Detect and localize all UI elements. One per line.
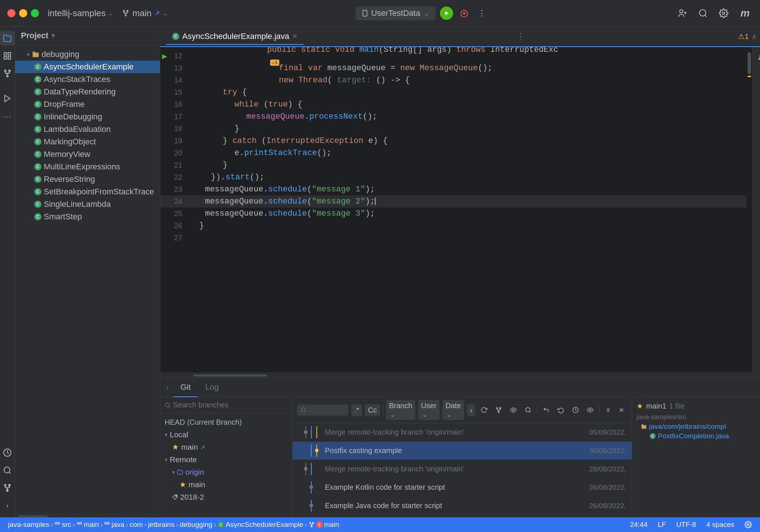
file-name-label: PostfixCompletion.java xyxy=(658,432,729,440)
indent-setting[interactable]: 4 spaces xyxy=(704,520,736,529)
git-search-input[interactable] xyxy=(173,401,288,409)
branch-filter-btn[interactable]: Branch ⌄ xyxy=(386,400,415,420)
git-origin-group[interactable]: ▾ origin xyxy=(160,466,292,478)
panel-collapse-button[interactable]: ‹ xyxy=(166,383,169,392)
more-options-button[interactable]: ⋮ xyxy=(475,7,488,20)
refresh-btn[interactable] xyxy=(478,404,490,416)
undo-btn[interactable] xyxy=(555,404,567,416)
commit-row-5[interactable]: Example Java code for starter script 26/… xyxy=(293,497,632,515)
git-tag-2018[interactable]: 2018-2 xyxy=(160,491,292,503)
sidebar-structure-button[interactable] xyxy=(0,48,15,63)
svg-rect-8 xyxy=(4,53,7,55)
case-filter-btn[interactable]: Cc xyxy=(365,405,380,416)
tree-item-single-line-lambda[interactable]: C SingleLineLambda xyxy=(15,198,160,211)
more-filters-btn[interactable]: › xyxy=(467,405,476,416)
sidebar-project-button[interactable] xyxy=(0,31,15,46)
expand-commits-btn[interactable] xyxy=(584,404,596,416)
sidebar-debug-button[interactable] xyxy=(0,91,15,106)
close-button[interactable] xyxy=(7,9,15,17)
git-local-group[interactable]: ▾ Local xyxy=(160,428,292,441)
date-filter-btn[interactable]: Date ⌄ xyxy=(442,400,464,420)
project-name[interactable]: intellij-samples ⌄ xyxy=(48,8,113,18)
horizontal-code-scrollbar[interactable] xyxy=(160,373,760,378)
commit-row-6[interactable]: Merge remote-tracking branch 'origin/mai… xyxy=(293,515,632,517)
run-config-selector[interactable]: UserTestData ⌄ xyxy=(356,6,435,20)
close-panel-btn[interactable] xyxy=(616,404,627,416)
svg-point-7 xyxy=(723,12,725,14)
tree-item-lambda-evaluation[interactable]: C LambdaEvaluation xyxy=(15,123,160,136)
tab-git[interactable]: Git xyxy=(173,378,198,397)
svg-point-33 xyxy=(304,467,308,471)
commit-row-1[interactable]: Merge remote-tracking branch 'origin/mai… xyxy=(293,423,632,442)
settings-status-btn[interactable] xyxy=(742,520,754,529)
tree-item-data-type-rendering[interactable]: C DataTypeRendering xyxy=(15,86,160,98)
history-btn[interactable] xyxy=(570,404,581,416)
project-panel-chevron-icon[interactable]: ▾ xyxy=(51,32,55,40)
sub-path-item[interactable]: java/com/jetbrains/compl xyxy=(641,423,760,431)
tab-more-button[interactable]: ⋮ xyxy=(517,32,525,41)
debug-button[interactable] xyxy=(458,7,471,20)
sidebar-run-log-button[interactable] xyxy=(0,445,15,460)
git-origin-main[interactable]: ★ main xyxy=(160,478,292,491)
code-content[interactable]: public static void main(String[] args) t… xyxy=(193,47,746,373)
commit-graph-4 xyxy=(298,481,320,493)
tree-item-smart-step[interactable]: C SmartStep xyxy=(15,211,160,223)
git-local-main[interactable]: ★ main ↗ xyxy=(160,441,292,453)
tree-item-drop-frame[interactable]: C DropFrame xyxy=(15,98,160,111)
right-notifications-button[interactable] xyxy=(755,50,760,65)
tree-item-async-scheduler[interactable]: C AsyncSchedulerExample xyxy=(15,61,160,73)
tree-horizontal-scrollbar[interactable] xyxy=(15,514,160,517)
tree-item-marking-object[interactable]: C MarkingObject xyxy=(15,136,160,148)
line-25-gutter: 25 xyxy=(160,208,193,220)
traffic-lights xyxy=(7,9,39,17)
tree-item-set-breakpoint[interactable]: C SetBreakpointFromStackTrace xyxy=(15,186,160,198)
run-button[interactable] xyxy=(440,7,453,20)
sidebar-vcs-button[interactable] xyxy=(0,481,15,495)
git-head-item[interactable]: HEAD (Current Branch) xyxy=(160,416,292,428)
git-remote-group[interactable]: ▾ Remote xyxy=(160,453,292,466)
tree-item-debugging-folder[interactable]: ▾ debugging xyxy=(15,48,160,61)
commit-row-3[interactable]: Merge remote-tracking branch 'origin/mai… xyxy=(293,460,632,478)
file-item[interactable]: C PostfixCompletion.java xyxy=(641,432,760,440)
search-commits-btn[interactable] xyxy=(522,404,534,416)
tree-item-reverse-string[interactable]: C ReverseString xyxy=(15,173,160,186)
commit-search-input[interactable] xyxy=(309,406,338,414)
structure-icon xyxy=(3,51,12,60)
cherry-pick-btn[interactable] xyxy=(540,404,552,416)
expand-all-btn[interactable] xyxy=(602,404,614,416)
sidebar-find-button[interactable] xyxy=(0,463,15,478)
sidebar-more-button[interactable]: ··· xyxy=(0,109,15,123)
tab-async-scheduler[interactable]: C AsyncSchedulerExample.java ✕ xyxy=(166,29,304,45)
vertical-scrollbar[interactable] xyxy=(746,47,752,373)
ai-assistant-button[interactable]: m xyxy=(738,7,753,19)
line-ending[interactable]: LF xyxy=(656,520,668,529)
sidebar-git-button[interactable] xyxy=(0,66,15,81)
code-line-23: messageQueue.schedule("message 1"); xyxy=(193,183,746,195)
tab-close-button[interactable]: ✕ xyxy=(292,32,298,40)
tree-item-inline-debugging[interactable]: C InlineDebugging xyxy=(15,111,160,123)
minimize-button[interactable] xyxy=(19,9,27,17)
maximize-button[interactable] xyxy=(31,9,39,17)
statusbar-path[interactable]: java-samples › src › main › java › com ›… xyxy=(6,520,341,529)
commit-row-4[interactable]: Example Kotlin code for starter script 2… xyxy=(293,478,632,497)
file-tree-sub: java/com/jetbrains/compl C PostfixComple… xyxy=(637,423,760,440)
search-button[interactable] xyxy=(696,7,710,20)
cursor-position[interactable]: 24:44 xyxy=(628,520,650,529)
show-changes-btn[interactable] xyxy=(508,404,519,416)
add-user-button[interactable] xyxy=(676,7,689,20)
tree-item-memory-view[interactable]: C MemoryView xyxy=(15,148,160,161)
commit-row-2[interactable]: Postfix casting example 30/08/2022, xyxy=(293,442,632,460)
settings-button[interactable] xyxy=(717,7,730,20)
expand-icon[interactable]: ∧ xyxy=(752,32,757,41)
encoding[interactable]: UTF-8 xyxy=(674,520,698,529)
tree-item-async-stack-traces[interactable]: C AsyncStackTraces xyxy=(15,73,160,86)
branches-btn[interactable] xyxy=(493,404,505,416)
sidebar-collapse-button[interactable]: › xyxy=(0,498,15,513)
user-filter-btn[interactable]: User ⌄ xyxy=(418,400,440,420)
tab-log[interactable]: Log xyxy=(198,378,226,397)
regex-filter-btn[interactable]: .* xyxy=(351,405,362,416)
git-commit-search[interactable] xyxy=(297,405,348,416)
run-arrow-12[interactable]: ▶ xyxy=(160,52,169,60)
branch-info[interactable]: main ↗ ⌄ xyxy=(122,8,168,18)
tree-item-multi-line[interactable]: C MultiLineExpressions xyxy=(15,161,160,173)
